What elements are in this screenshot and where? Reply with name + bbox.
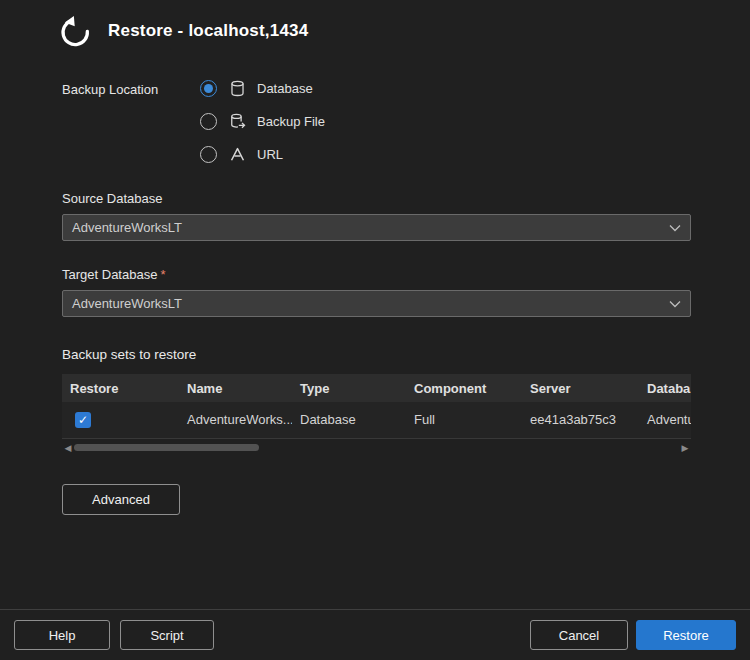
column-header-name: Name: [179, 374, 292, 402]
backup-sets-label: Backup sets to restore: [62, 347, 750, 362]
table-header-row: Restore Name Type Component Server Datab…: [62, 374, 691, 402]
dialog-header: Restore - localhost,1434: [58, 14, 750, 48]
scrollbar-thumb[interactable]: [74, 444, 259, 451]
cancel-button[interactable]: Cancel: [530, 620, 628, 650]
backup-location-label: Backup Location: [62, 78, 200, 165]
source-database-select[interactable]: AdventureWorksLT: [62, 214, 691, 241]
chevron-down-icon: [669, 224, 681, 232]
table-row[interactable]: ✓ AdventureWorks... Database Full ee41a3…: [62, 402, 691, 438]
name-cell: AdventureWorks...: [179, 402, 292, 438]
source-database-label: Source Database: [62, 191, 691, 206]
target-database-label: Target Database*: [62, 267, 691, 282]
component-cell: Full: [406, 402, 522, 438]
radio-label-backup-file: Backup File: [257, 114, 325, 129]
radio-database[interactable]: [200, 80, 217, 97]
required-asterisk: *: [160, 267, 165, 282]
radio-url[interactable]: [200, 146, 217, 163]
target-database-label-text: Target Database: [62, 267, 157, 282]
column-header-type: Type: [292, 374, 406, 402]
server-cell: ee41a3ab75c3: [522, 402, 639, 438]
database-icon: [228, 80, 246, 98]
column-header-database: Databa: [639, 374, 691, 402]
restore-checkbox[interactable]: ✓: [75, 412, 91, 428]
restore-button[interactable]: Restore: [636, 620, 736, 650]
column-header-component: Component: [406, 374, 522, 402]
restore-cell: ✓: [62, 402, 179, 438]
database-cell: Adventu...: [639, 402, 691, 438]
radio-option-database[interactable]: Database: [200, 78, 325, 99]
url-icon: [228, 146, 246, 164]
backup-location-section: Backup Location Database: [62, 78, 750, 165]
scroll-left-icon[interactable]: ◀: [62, 442, 74, 454]
source-database-field: Source Database AdventureWorksLT: [62, 191, 691, 241]
backup-location-options: Database Backup File U: [200, 78, 325, 165]
scroll-right-icon[interactable]: ▶: [679, 442, 691, 454]
radio-option-url[interactable]: URL: [200, 144, 325, 165]
target-database-value: AdventureWorksLT: [72, 296, 182, 311]
target-database-select[interactable]: AdventureWorksLT: [62, 290, 691, 317]
restore-icon: [58, 14, 92, 48]
radio-backup-file[interactable]: [200, 113, 217, 130]
column-header-restore: Restore: [62, 374, 179, 402]
backup-file-icon: [228, 113, 246, 131]
help-button[interactable]: Help: [14, 620, 110, 650]
target-database-field: Target Database* AdventureWorksLT: [62, 267, 691, 317]
dialog-title: Restore - localhost,1434: [108, 21, 308, 41]
backup-sets-table: Restore Name Type Component Server Datab…: [62, 374, 691, 439]
horizontal-scrollbar[interactable]: ◀ ▶: [62, 442, 691, 454]
source-database-value: AdventureWorksLT: [72, 220, 182, 235]
radio-label-url: URL: [257, 147, 283, 162]
advanced-button[interactable]: Advanced: [62, 484, 180, 515]
script-button[interactable]: Script: [120, 620, 214, 650]
scrollbar-track[interactable]: [74, 443, 679, 452]
footer-bar: Help Script Cancel Restore: [0, 609, 750, 660]
radio-label-database: Database: [257, 81, 313, 96]
radio-option-backup-file[interactable]: Backup File: [200, 111, 325, 132]
type-cell: Database: [292, 402, 406, 438]
chevron-down-icon: [669, 300, 681, 308]
column-header-server: Server: [522, 374, 639, 402]
